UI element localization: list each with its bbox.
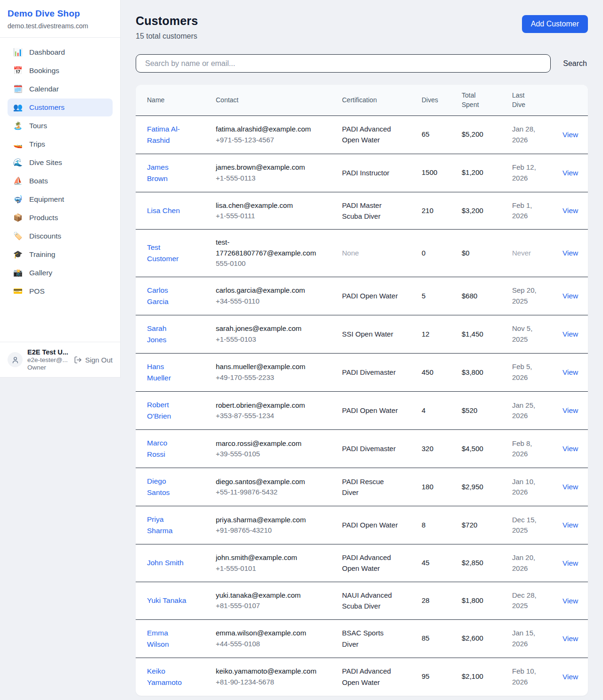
customer-name-link[interactable]: Fatima Al-Rashid (147, 124, 187, 146)
customer-certification: BSAC Sports Diver (342, 627, 400, 650)
view-customer-link[interactable]: View (562, 597, 578, 605)
customer-name-link[interactable]: Emma Wilson (147, 627, 187, 650)
customer-last-dive: Dec 28, 2025 (512, 590, 540, 611)
customer-phone: +39-555-0105 (216, 449, 333, 460)
sidebar-item-discounts[interactable]: 🏷️ Discounts (8, 227, 113, 245)
sidebar-item-gallery[interactable]: 📸 Gallery (8, 264, 113, 282)
customer-name-link[interactable]: Priya Sharma (147, 514, 187, 536)
customer-certification: PADI Advanced Open Water (342, 666, 400, 688)
table-row: Diego Santos diego.santos@example.com +5… (136, 468, 588, 506)
view-customer-link[interactable]: View (562, 634, 578, 642)
column-header-last-dive: Last Dive (512, 85, 562, 115)
customer-dives: 4 (422, 392, 462, 430)
view-customer-link[interactable]: View (562, 131, 578, 139)
customer-email: carlos.garcia@example.com (216, 285, 317, 296)
view-customer-link[interactable]: View (562, 483, 578, 491)
sign-out-button[interactable]: Sign Out (74, 356, 113, 364)
customer-total-spent: $2,100 (462, 658, 512, 696)
customer-name-link[interactable]: James Brown (147, 162, 187, 184)
customer-dives: 85 (422, 619, 462, 658)
customer-phone: +91-98765-43210 (216, 525, 333, 536)
nav-icon: 📊 (13, 49, 23, 56)
view-customer-link[interactable]: View (562, 292, 578, 300)
customer-dives: 450 (422, 353, 462, 391)
nav-icon: 💳 (13, 288, 23, 295)
customer-certification: PADI Open Water (342, 519, 398, 530)
sidebar-header: Demo Dive Shop demo.test.divestreams.com (0, 0, 120, 38)
sidebar-item-trips[interactable]: 🚤 Trips (8, 135, 113, 153)
customer-name-link[interactable]: Sarah Jones (147, 323, 187, 346)
customer-total-spent: $680 (462, 277, 512, 315)
customer-total-spent: $520 (462, 392, 512, 430)
column-header-dives: Dives (422, 85, 462, 115)
view-customer-link[interactable]: View (562, 559, 578, 567)
page-title: Customers (136, 14, 198, 28)
customer-phone: +81-555-0107 (216, 601, 333, 611)
sidebar-item-boats[interactable]: ⛵ Boats (8, 172, 113, 190)
customer-name-link[interactable]: Test Customer (147, 242, 187, 264)
user-footer: E2E Test U... e2e-tester@... Owner Sign … (0, 342, 120, 377)
sidebar-item-equipment[interactable]: 🤿 Equipment (8, 190, 113, 208)
view-customer-link[interactable]: View (562, 206, 578, 214)
add-customer-button[interactable]: Add Customer (522, 15, 588, 33)
search-input[interactable] (136, 54, 551, 73)
customer-name-link[interactable]: Carlos Garcia (147, 285, 187, 307)
nav-icon: 🌊 (13, 159, 23, 166)
customer-certification: PADI Open Water (342, 405, 398, 416)
column-header-name: Name (136, 85, 216, 115)
table-row: Sarah Jones sarah.jones@example.com +1-5… (136, 315, 588, 353)
customer-name-link[interactable]: Robert O'Brien (147, 399, 187, 422)
nav-icon: 📦 (13, 214, 23, 222)
customer-phone: +81-90-1234-5678 (216, 677, 333, 688)
customer-name-link[interactable]: Yuki Tanaka (147, 595, 186, 606)
sidebar-item-training[interactable]: 🎓 Training (8, 246, 113, 264)
view-customer-link[interactable]: View (562, 368, 578, 376)
customer-name-link[interactable]: Diego Santos (147, 476, 187, 498)
user-name: E2E Test U... (27, 348, 68, 356)
customer-phone: +353-87-555-1234 (216, 411, 333, 421)
sidebar-item-label: Products (29, 214, 58, 222)
table-row: Hans Mueller hans.mueller@example.com +4… (136, 353, 588, 391)
view-customer-link[interactable]: View (562, 673, 578, 681)
nav-icon: ⛵ (13, 177, 23, 185)
table-row: Lisa Chen lisa.chen@example.com +1-555-0… (136, 192, 588, 230)
nav-icon: 🤿 (13, 196, 23, 203)
sidebar-item-customers[interactable]: 👥 Customers (8, 99, 113, 116)
customer-last-dive: Jan 10, 2026 (512, 477, 540, 498)
customer-dives: 95 (422, 658, 462, 696)
sidebar-item-dive-sites[interactable]: 🌊 Dive Sites (8, 154, 113, 172)
customer-name-link[interactable]: Marco Rossi (147, 437, 187, 460)
view-customer-link[interactable]: View (562, 406, 578, 414)
view-customer-link[interactable]: View (562, 169, 578, 177)
customer-email: hans.mueller@example.com (216, 362, 317, 372)
customer-certification: PADI Advanced Open Water (342, 124, 400, 146)
customer-name-link[interactable]: Lisa Chen (147, 205, 180, 216)
customer-name-link[interactable]: Keiko Yamamoto (147, 666, 187, 688)
nav-icon: 📸 (13, 269, 23, 277)
customer-phone: +49-170-555-2233 (216, 372, 333, 383)
sidebar-item-pos[interactable]: 💳 POS (8, 282, 113, 300)
customer-email: fatima.alrashid@example.com (216, 124, 317, 135)
view-customer-link[interactable]: View (562, 445, 578, 453)
sidebar-item-label: POS (29, 287, 45, 296)
view-customer-link[interactable]: View (562, 330, 578, 338)
customer-name-link[interactable]: John Smith (147, 557, 184, 568)
sidebar-item-bookings[interactable]: 📅 Bookings (8, 62, 113, 80)
shop-domain: demo.test.divestreams.com (8, 22, 113, 30)
sidebar-item-dashboard[interactable]: 📊 Dashboard (8, 43, 113, 61)
search-button[interactable]: Search (562, 56, 588, 72)
customer-phone: +971-55-123-4567 (216, 135, 333, 146)
sidebar-item-calendar[interactable]: 🗓️ Calendar (8, 80, 113, 98)
customer-last-dive: Feb 12, 2026 (512, 162, 540, 183)
nav-icon: 🚤 (13, 140, 23, 148)
customer-certification: NAUI Advanced Scuba Diver (342, 590, 400, 612)
customer-phone: +1-555-0103 (216, 334, 333, 345)
view-customer-link[interactable]: View (562, 521, 578, 529)
sidebar-item-label: Customers (29, 103, 65, 112)
sidebar-item-products[interactable]: 📦 Products (8, 209, 113, 227)
customer-name-link[interactable]: Hans Mueller (147, 361, 187, 384)
table-header-row: Name Contact Certification Dives Total S… (136, 85, 588, 115)
view-customer-link[interactable]: View (562, 249, 578, 257)
customer-dives: 28 (422, 582, 462, 619)
sidebar-item-tours[interactable]: 🏝️ Tours (8, 117, 113, 135)
